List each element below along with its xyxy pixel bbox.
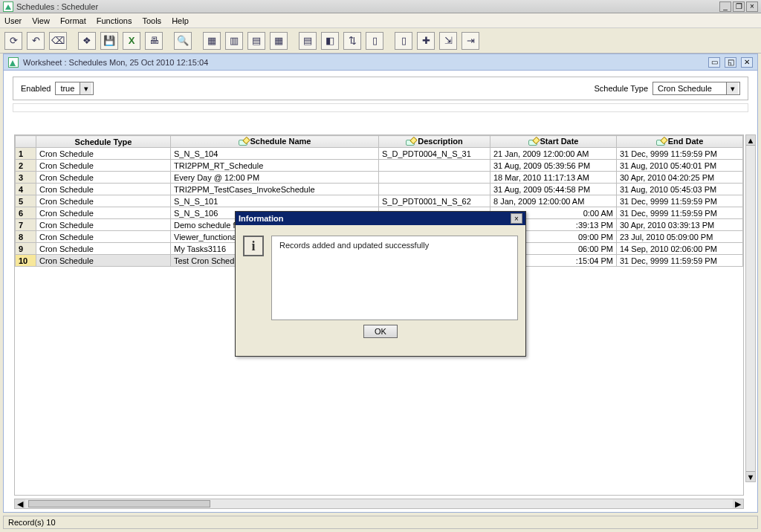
wizard-icon[interactable]: ❖ <box>78 32 96 50</box>
cell-schedule-name[interactable]: TRI2PPM_TestCases_InvokeSchedule <box>171 184 379 195</box>
cell-start-date[interactable]: 21 Jan, 2009 12:00:00 AM <box>490 148 617 160</box>
cell-schedule-type[interactable]: Cron Schedule <box>36 172 171 184</box>
cell-schedule-name[interactable]: Every Day @ 12:00 PM <box>171 172 379 184</box>
refresh-icon[interactable]: ⟳ <box>4 32 22 50</box>
cell-description[interactable]: S_D_PDT0001_N_S_62 <box>379 195 490 207</box>
row-number[interactable]: 3 <box>16 172 36 184</box>
cell-description[interactable] <box>379 172 490 184</box>
cell-schedule-type[interactable]: Cron Schedule <box>36 243 171 255</box>
cell-end-date[interactable]: 31 Aug, 2010 05:45:03 PM <box>617 184 743 195</box>
cell-start-date[interactable]: 31 Aug, 2009 05:39:56 PM <box>490 160 617 172</box>
cell-start-date[interactable]: 8 Jan, 2009 12:00:00 AM <box>490 195 617 207</box>
col-start-date[interactable]: Start Date <box>490 136 617 148</box>
menu-tools[interactable]: Tools <box>142 16 161 25</box>
cell-schedule-type[interactable]: Cron Schedule <box>36 219 171 231</box>
col-schedule-name[interactable]: Schedule Name <box>171 136 379 148</box>
menu-view[interactable]: View <box>32 16 50 25</box>
row-number[interactable]: 8 <box>16 231 36 243</box>
col-end-date[interactable]: End Date <box>617 136 743 148</box>
cell-end-date[interactable]: 14 Sep, 2010 02:06:00 PM <box>617 243 743 255</box>
horizontal-scrollbar[interactable]: ◀ ▶ <box>14 499 744 509</box>
cell-schedule-type[interactable]: Cron Schedule <box>36 231 171 243</box>
cell-schedule-type[interactable]: Cron Schedule <box>36 255 171 267</box>
properties-icon[interactable]: ▦ <box>203 32 221 50</box>
scroll-down-icon[interactable]: ▼ <box>746 471 755 481</box>
vertical-scrollbar[interactable]: ▲ ▼ <box>745 134 756 482</box>
enabled-combo[interactable]: true ▾ <box>55 82 94 95</box>
cell-start-date[interactable]: 18 Mar, 2010 11:17:13 AM <box>490 172 617 184</box>
save-icon[interactable]: 💾 <box>100 32 118 50</box>
row-number[interactable]: 10 <box>16 255 36 267</box>
cell-description[interactable] <box>379 160 490 172</box>
cell-end-date[interactable]: 30 Apr, 2010 03:39:13 PM <box>617 219 743 231</box>
excel-icon[interactable]: X <box>123 32 140 50</box>
menu-format[interactable]: Format <box>60 16 86 25</box>
cell-start-date[interactable]: 31 Aug, 2009 05:44:58 PM <box>490 184 617 195</box>
exit-icon[interactable]: ⇥ <box>462 32 479 50</box>
cell-schedule-type[interactable]: Cron Schedule <box>36 195 171 207</box>
grid-icon[interactable]: ▦ <box>270 32 288 50</box>
table-row[interactable]: 4Cron ScheduleTRI2PPM_TestCases_InvokeSc… <box>16 184 743 195</box>
minimize-button[interactable]: _ <box>719 1 731 12</box>
cell-schedule-type[interactable]: Cron Schedule <box>36 184 171 195</box>
doc-icon[interactable]: ▯ <box>366 32 383 50</box>
cell-schedule-type[interactable]: Cron Schedule <box>36 207 171 219</box>
paste-icon[interactable]: ▯ <box>395 32 412 50</box>
row-number[interactable]: 5 <box>16 195 36 207</box>
print-icon[interactable]: 🖶 <box>145 32 163 50</box>
cell-end-date[interactable]: 31 Dec, 9999 11:59:59 PM <box>617 148 743 160</box>
col-description[interactable]: Description <box>379 136 490 148</box>
cell-end-date[interactable]: 30 Apr, 2010 04:20:25 PM <box>617 172 743 184</box>
cell-schedule-name[interactable]: S_N_S_104 <box>171 148 379 160</box>
ok-button[interactable]: OK <box>363 325 398 338</box>
column-icon[interactable]: ▥ <box>225 32 243 50</box>
schedule-type-combo[interactable]: Cron Schedule ▾ <box>652 82 740 95</box>
corner-header[interactable] <box>16 136 36 148</box>
cell-end-date[interactable]: 31 Aug, 2010 05:40:01 PM <box>617 160 743 172</box>
table-row[interactable]: 1Cron ScheduleS_N_S_104S_D_PDT0004_N_S_3… <box>16 148 743 160</box>
table-row[interactable]: 5Cron ScheduleS_N_S_101S_D_PDT0001_N_S_6… <box>16 195 743 207</box>
chevron-down-icon[interactable]: ▾ <box>80 82 91 94</box>
dialog-close-button[interactable]: × <box>511 213 522 224</box>
menu-functions[interactable]: Functions <box>97 16 132 25</box>
maximize-button[interactable]: ❐ <box>733 1 745 12</box>
row-number[interactable]: 2 <box>16 160 36 172</box>
import-icon[interactable]: ⇲ <box>439 32 457 50</box>
cell-schedule-type[interactable]: Cron Schedule <box>36 148 171 160</box>
erase-icon[interactable]: ⌫ <box>49 32 67 50</box>
worksheet-maximize-button[interactable]: ◱ <box>725 57 736 68</box>
cell-description[interactable]: S_D_PDT0004_N_S_31 <box>379 148 490 160</box>
scroll-up-icon[interactable]: ▲ <box>746 135 755 146</box>
scroll-thumb[interactable] <box>28 500 210 507</box>
menu-help[interactable]: Help <box>172 16 189 25</box>
cell-schedule-name[interactable]: TRI2PPM_RT_Schedule <box>171 160 379 172</box>
close-button[interactable]: × <box>746 1 758 12</box>
worksheet-minimize-button[interactable]: ▭ <box>708 57 720 68</box>
row-number[interactable]: 1 <box>16 148 36 160</box>
cell-end-date[interactable]: 23 Jul, 2010 05:09:00 PM <box>617 231 743 243</box>
col-schedule-type[interactable]: Schedule Type <box>36 136 171 148</box>
cell-end-date[interactable]: 31 Dec, 9999 11:59:59 PM <box>617 207 743 219</box>
table-row[interactable]: 3Cron ScheduleEvery Day @ 12:00 PM18 Mar… <box>16 172 743 184</box>
row-number[interactable]: 6 <box>16 207 36 219</box>
insert-row-icon[interactable]: ▤ <box>247 32 265 50</box>
cell-schedule-type[interactable]: Cron Schedule <box>36 160 171 172</box>
find-icon[interactable]: 🔍 <box>174 32 192 50</box>
chevron-down-icon[interactable]: ▾ <box>726 82 738 94</box>
cell-schedule-name[interactable]: S_N_S_101 <box>171 195 379 207</box>
scroll-left-icon[interactable]: ◀ <box>15 499 25 508</box>
cell-description[interactable] <box>379 184 490 195</box>
row-number[interactable]: 4 <box>16 184 36 195</box>
row-number[interactable]: 7 <box>16 219 36 231</box>
menu-user[interactable]: User <box>4 16 22 25</box>
row-number[interactable]: 9 <box>16 243 36 255</box>
sort-icon[interactable]: ⇅ <box>343 32 361 50</box>
undo-icon[interactable]: ↶ <box>27 32 45 50</box>
table-row[interactable]: 2Cron ScheduleTRI2PPM_RT_Schedule31 Aug,… <box>16 160 743 172</box>
new-row-icon[interactable]: ✚ <box>417 32 435 50</box>
calendar-icon[interactable]: ▤ <box>299 32 317 50</box>
cell-end-date[interactable]: 31 Dec, 9999 11:59:59 PM <box>617 255 743 267</box>
palette-icon[interactable]: ◧ <box>321 32 339 50</box>
worksheet-close-button[interactable]: ✕ <box>741 57 753 68</box>
scroll-right-icon[interactable]: ▶ <box>733 499 743 508</box>
